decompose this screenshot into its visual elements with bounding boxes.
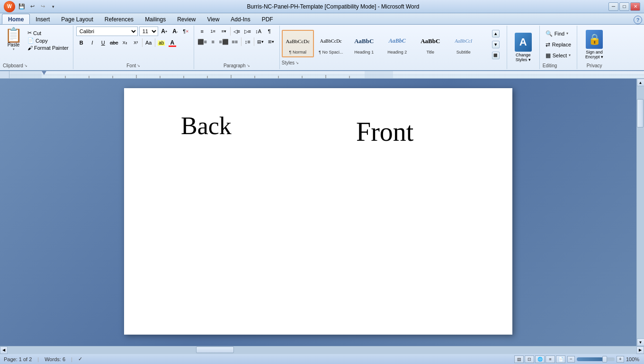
- close-button[interactable]: ✕: [630, 2, 640, 11]
- document-area[interactable]: Back Front: [0, 79, 636, 346]
- window-title: Burris-NC-Panel-PH-Template [Compatibili…: [58, 3, 608, 10]
- multilevel-list-button[interactable]: ≡▾: [219, 27, 229, 36]
- line-spacing-button[interactable]: ↕≡: [242, 37, 253, 46]
- text-highlight-button[interactable]: ab: [156, 38, 167, 47]
- h-scroll-track[interactable]: [8, 346, 636, 354]
- quick-access-more-button[interactable]: ▾: [48, 2, 58, 11]
- styles-scroll-down-button[interactable]: ▼: [492, 41, 500, 48]
- style-title[interactable]: AaBbC Title: [414, 30, 447, 57]
- tab-home[interactable]: Home: [2, 14, 30, 24]
- tab-page-layout[interactable]: Page Layout: [55, 14, 98, 24]
- tab-mailings[interactable]: Mailings: [139, 14, 171, 24]
- style-no-spacing[interactable]: AaBbCcDc ¶ No Spaci...: [315, 30, 347, 57]
- document-page[interactable]: Back Front: [124, 88, 512, 335]
- style-subtitle[interactable]: AaBbCcI Subtitle: [447, 30, 480, 57]
- increase-indent-button[interactable]: ▷≡: [242, 27, 253, 36]
- style-heading2[interactable]: AaBbC Heading 2: [381, 30, 413, 57]
- justify-button[interactable]: ≡≡: [230, 37, 240, 46]
- styles-more-button[interactable]: ⬛: [492, 52, 500, 59]
- cut-button[interactable]: ✂ Cut: [26, 29, 70, 36]
- change-case-button[interactable]: Aa: [143, 38, 154, 47]
- strikethrough-button[interactable]: abc: [109, 38, 119, 47]
- align-right-button[interactable]: ≡⬛: [219, 37, 229, 46]
- maximize-button[interactable]: □: [619, 2, 629, 11]
- tab-pdf[interactable]: PDF: [256, 14, 279, 24]
- office-orb[interactable]: W: [4, 1, 15, 12]
- draft-button[interactable]: 📄: [556, 355, 565, 363]
- styles-scroll-up-button[interactable]: ▲: [492, 30, 500, 37]
- borders-button[interactable]: ⊞▾: [266, 37, 277, 46]
- bullets-button[interactable]: ≡: [197, 27, 207, 36]
- scroll-track[interactable]: [637, 86, 644, 338]
- tab-review[interactable]: Review: [171, 14, 201, 24]
- ruler-corner[interactable]: [0, 71, 9, 79]
- styles-expand-icon[interactable]: ↘: [295, 61, 299, 65]
- h-scroll-right-button[interactable]: ▶: [636, 346, 644, 354]
- sign-encrypt-button[interactable]: 🔒 Sign andEncrypt ▾: [580, 28, 608, 61]
- format-painter-button[interactable]: 🖌 Format Painter: [26, 45, 70, 51]
- copy-icon: 📄: [27, 37, 34, 44]
- decrease-font-button[interactable]: A-: [170, 27, 180, 36]
- select-button[interactable]: ▦ Select ▾: [543, 50, 574, 61]
- cut-icon: ✂: [27, 30, 32, 36]
- scroll-down-button[interactable]: ▼: [637, 338, 644, 346]
- scroll-up-button[interactable]: ▲: [637, 79, 644, 86]
- tab-insert[interactable]: Insert: [30, 14, 55, 24]
- sort-button[interactable]: ↕A: [253, 27, 264, 36]
- font-expand-icon[interactable]: ↘: [137, 64, 140, 68]
- align-left-button[interactable]: ⬛≡: [197, 37, 207, 46]
- numbering-button[interactable]: 1≡: [208, 27, 218, 36]
- h-scroll-thumb[interactable]: [196, 346, 234, 353]
- increase-font-button[interactable]: A+: [160, 27, 169, 36]
- shading-button[interactable]: ▤▾: [255, 37, 266, 46]
- scroll-thumb[interactable]: [637, 99, 644, 127]
- align-center-button[interactable]: ≡: [208, 37, 218, 46]
- font-size-select[interactable]: 11: [139, 27, 158, 36]
- italic-button[interactable]: I: [87, 38, 98, 47]
- print-layout-button[interactable]: ▤: [514, 355, 524, 363]
- h-scroll-left-button[interactable]: ◀: [0, 346, 8, 354]
- font-group-label: Font: [126, 63, 136, 68]
- zoom-level[interactable]: 100%: [626, 356, 640, 362]
- replace-button[interactable]: ⇄ Replace: [543, 39, 574, 50]
- tab-view[interactable]: View: [202, 14, 225, 24]
- save-button[interactable]: 💾: [17, 2, 27, 11]
- copy-button[interactable]: 📄 Copy: [26, 37, 70, 44]
- subscript-button[interactable]: X₂: [120, 38, 130, 47]
- underline-button[interactable]: U: [98, 38, 108, 47]
- redo-button[interactable]: ↪: [38, 2, 47, 11]
- find-button[interactable]: 🔍 Find ▾: [543, 28, 574, 39]
- undo-button[interactable]: ↩: [27, 2, 37, 11]
- zoom-thumb[interactable]: [602, 356, 607, 363]
- full-screen-button[interactable]: ⊡: [525, 355, 534, 363]
- show-hide-button[interactable]: ¶: [264, 27, 275, 36]
- zoom-out-button[interactable]: −: [567, 356, 575, 363]
- clipboard-expand-icon[interactable]: ↘: [24, 64, 27, 68]
- help-button[interactable]: ?: [634, 16, 642, 24]
- change-styles-label: ChangeStyles ▾: [516, 53, 531, 62]
- spell-check-icon[interactable]: ✓: [78, 356, 82, 362]
- superscript-button[interactable]: X²: [131, 38, 141, 47]
- tab-references[interactable]: References: [99, 14, 139, 24]
- style-heading1[interactable]: AaBbC Heading 1: [348, 30, 380, 57]
- svg-rect-1: [9, 71, 42, 78]
- zoom-in-button[interactable]: +: [617, 356, 624, 363]
- paragraph-expand-icon[interactable]: ↘: [247, 64, 250, 68]
- status-bar: Page: 1 of 2 | Words: 6 | ✓ ▤ ⊡ 🌐 ≡ 📄 − …: [0, 354, 644, 364]
- clear-format-button[interactable]: ¶✕: [181, 27, 191, 36]
- tab-add-ins[interactable]: Add-Ins: [225, 14, 256, 24]
- paste-button[interactable]: 📋 Paste ▾: [3, 27, 24, 53]
- change-styles-button[interactable]: A ChangeStyles ▾: [510, 31, 537, 64]
- privacy-label: Privacy: [587, 63, 602, 68]
- change-styles-group: A ChangeStyles ▾: [507, 26, 540, 69]
- decrease-indent-button[interactable]: ◁≡: [232, 27, 242, 36]
- style-normal[interactable]: AaBbCcDc ¶ Normal: [282, 30, 314, 57]
- outline-button[interactable]: ≡: [546, 355, 555, 363]
- bold-button[interactable]: B: [76, 38, 87, 47]
- zoom-bar[interactable]: [577, 357, 615, 361]
- status-bar-right: ▤ ⊡ 🌐 ≡ 📄 − + 100%: [514, 355, 640, 363]
- font-name-select[interactable]: Calibri: [76, 27, 138, 36]
- web-layout-button[interactable]: 🌐: [535, 355, 545, 363]
- minimize-button[interactable]: ─: [608, 2, 618, 11]
- font-color-button[interactable]: A: [167, 38, 178, 47]
